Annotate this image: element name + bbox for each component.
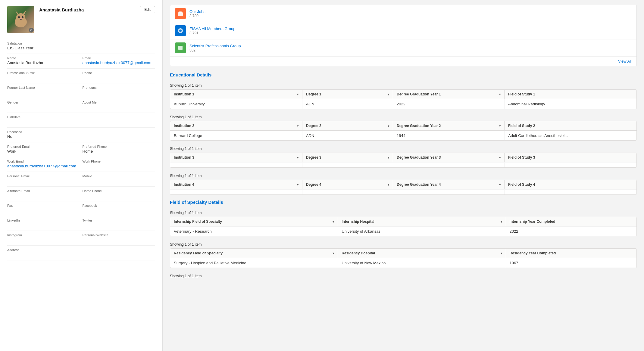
- edu-row-2: Barnard College ADN 1944 Adult Cardiotho…: [170, 131, 636, 140]
- svg-rect-8: [179, 11, 182, 13]
- group-name-scientist[interactable]: Scientist Professionals Group: [189, 44, 241, 48]
- chevron-institution-2: ▾: [297, 124, 299, 128]
- cell-field-2: Adult Cardiothoracic Anesthesiol...: [505, 131, 636, 140]
- group-info-eisaa: EISAA All Members Group 3,791: [189, 26, 235, 35]
- gender-label: Gender: [7, 101, 80, 104]
- header-degree-1[interactable]: Degree 1 ▾: [302, 90, 393, 99]
- group-icon-scientist: [175, 42, 186, 53]
- header-institution-3[interactable]: Institution 3 ▾: [170, 153, 302, 162]
- header-field-4-label: Field of Study 4: [508, 182, 535, 187]
- form-row-address: Address: [7, 246, 155, 260]
- header-grad-year-3[interactable]: Degree Graduation Year 3 ▾: [393, 153, 505, 162]
- header-field-1: Field of Study 1: [505, 90, 636, 99]
- svg-point-1: [16, 13, 25, 21]
- personal-email-label: Personal Email: [7, 174, 80, 178]
- profile-header: ⊙ Anastasia Burdiuzha Edit: [7, 6, 155, 33]
- header-internship-hospital[interactable]: Internship Hospital ▾: [338, 217, 506, 226]
- profile-name: Anastasia Burdiuzha: [39, 7, 155, 12]
- work-phone-value: [83, 164, 155, 169]
- header-residency-field[interactable]: Residency Field of Specialty ▾: [170, 249, 338, 258]
- edu-table-header-3: Institution 3 ▾ Degree 3 ▾ Degree Gradua…: [170, 153, 636, 162]
- header-residency-year-label: Residency Year Completed: [510, 251, 556, 255]
- group-item-scientist[interactable]: Scientist Professionals Group 302: [170, 39, 636, 56]
- profile-form: Salutation EIS Class Year Name Anastasia…: [7, 39, 155, 260]
- cell-institution-3: [170, 163, 302, 167]
- field-alt-email: Alternate Email: [7, 189, 80, 199]
- group-name-eisaa[interactable]: EISAA All Members Group: [189, 26, 235, 31]
- header-grad-year-2-label: Degree Graduation Year 2: [397, 124, 441, 128]
- alt-email-label: Alternate Email: [7, 189, 80, 193]
- field-birthdate: Birthdate: [7, 115, 80, 125]
- educational-details-title: Educational Details: [170, 72, 637, 77]
- header-degree-4[interactable]: Degree 4 ▾: [302, 180, 393, 189]
- address-value: [7, 252, 80, 258]
- header-field-4: Field of Study 4: [505, 180, 636, 189]
- field-email: Email anastasia.burdyuzha+0077@gmail.com: [83, 56, 155, 66]
- header-field-2-label: Field of Study 2: [508, 124, 535, 128]
- header-field-1-label: Field of Study 1: [508, 92, 535, 96]
- header-institution-2[interactable]: Institution 2 ▾: [170, 121, 302, 130]
- form-row-deceased: Deceased No: [7, 128, 155, 142]
- specialty-table-container-1: Internship Field of Specialty ▾ Internsh…: [170, 217, 637, 236]
- linkedin-label: LinkedIn: [7, 219, 80, 222]
- home-phone-label: Home Phone: [83, 189, 155, 193]
- specialty-row-2: Surgery - Hospice and Palliative Medicin…: [170, 258, 636, 268]
- field-empty4: [83, 248, 155, 258]
- header-grad-year-3-label: Degree Graduation Year 3: [397, 155, 441, 160]
- group-item-jobs[interactable]: Our Jobs 3,780: [170, 5, 636, 22]
- cell-residency-hospital: University of New Mexico: [338, 258, 506, 268]
- email-value: anastasia.burdyuzha+0077@gmail.com: [83, 61, 155, 66]
- field-home-phone: Home Phone: [83, 189, 155, 199]
- field-phone: Phone: [83, 71, 155, 81]
- header-grad-year-1[interactable]: Degree Graduation Year 1 ▾: [393, 90, 505, 99]
- chevron-residency-hospital: ▾: [501, 252, 502, 255]
- header-institution-4[interactable]: Institution 4 ▾: [170, 180, 302, 189]
- header-residency-field-label: Residency Field of Specialty: [174, 251, 223, 255]
- form-row-personal-mobile: Personal Email Mobile: [7, 172, 155, 187]
- header-internship-hospital-label: Internship Hospital: [342, 219, 374, 224]
- about-value: [83, 105, 155, 110]
- cell-degree-2: ADN: [302, 131, 393, 140]
- address-label: Address: [7, 248, 80, 252]
- header-grad-year-2[interactable]: Degree Graduation Year 2 ▾: [393, 121, 505, 130]
- group-name-jobs[interactable]: Our Jobs: [189, 9, 205, 14]
- form-row-alt-home-phone: Alternate Email Home Phone: [7, 187, 155, 201]
- deceased-value: No: [7, 134, 80, 140]
- header-internship-field[interactable]: Internship Field of Specialty ▾: [170, 217, 338, 226]
- header-residency-year: Residency Year Completed: [506, 249, 636, 258]
- view-all-link[interactable]: View All: [170, 56, 636, 66]
- header-degree-2[interactable]: Degree 2 ▾: [302, 121, 393, 130]
- instagram-label: Instagram: [7, 233, 80, 237]
- specialty-showing-2: Showing 1 of 1 item: [170, 240, 637, 248]
- edit-button[interactable]: Edit: [140, 6, 155, 13]
- header-degree-3[interactable]: Degree 3 ▾: [302, 153, 393, 162]
- edu-table-header-4: Institution 4 ▾ Degree 4 ▾ Degree Gradua…: [170, 180, 636, 189]
- group-item-eisaa[interactable]: EISAA All Members Group 3,791: [170, 22, 636, 39]
- camera-icon[interactable]: ⊙: [29, 28, 34, 33]
- cell-degree-1: ADN: [302, 99, 393, 109]
- cell-institution-2: Barnard College: [170, 131, 302, 140]
- field-gender: Gender: [7, 101, 80, 110]
- edu-table-container-3: Institution 3 ▾ Degree 3 ▾ Degree Gradua…: [170, 153, 637, 168]
- header-institution-2-label: Institution 2: [174, 124, 194, 128]
- cell-year-2: 1944: [393, 131, 505, 140]
- field-pref-phone: Preferred Phone Home: [83, 145, 155, 154]
- group-icon-eisaa: [175, 25, 186, 36]
- header-grad-year-1-label: Degree Graduation Year 1: [397, 92, 441, 96]
- chevron-degree-2: ▾: [388, 124, 389, 128]
- header-field-2: Field of Study 2: [505, 121, 636, 130]
- form-row-gender-about: Gender About Me: [7, 98, 155, 113]
- chevron-year-1: ▾: [499, 93, 501, 96]
- header-grad-year-4[interactable]: Degree Graduation Year 4 ▾: [393, 180, 505, 189]
- suffix-value: [7, 75, 80, 81]
- gender-value: [7, 105, 80, 110]
- name-value: Anastasia Burdiuzha: [7, 61, 80, 66]
- field-empty3: [83, 130, 155, 140]
- header-residency-hospital[interactable]: Residency Hospital ▾: [338, 249, 506, 258]
- header-institution-1[interactable]: Institution 1 ▾: [170, 90, 302, 99]
- work-email-label: Work Email: [7, 160, 80, 163]
- showing-item-1: Showing 1 of 1 item: [170, 81, 637, 89]
- field-address: Address: [7, 248, 80, 258]
- former-last-value: [7, 90, 80, 95]
- header-degree-4-label: Degree 4: [306, 182, 321, 187]
